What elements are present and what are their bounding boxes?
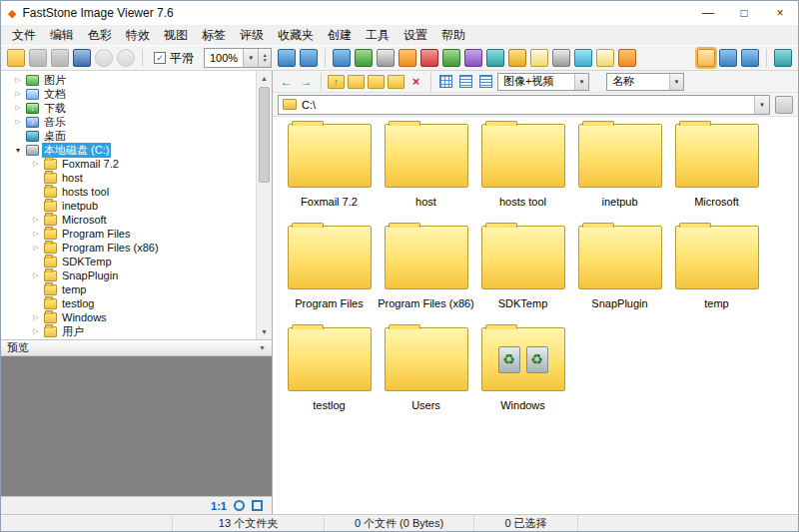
tree-item-documents[interactable]: ▷ 文档: [1, 87, 256, 101]
tree-item-host[interactable]: host: [1, 171, 256, 185]
copy-to-folder-button[interactable]: [348, 75, 365, 89]
details-view-button[interactable]: [459, 75, 472, 88]
tree-item-music[interactable]: ▷ ♪ 音乐: [1, 115, 256, 129]
slideshow-button[interactable]: [508, 49, 526, 67]
tree-item-downloads[interactable]: ▷ ↓ 下载: [1, 101, 256, 115]
folder-tile[interactable]: Program Files: [281, 223, 378, 324]
rotate-right-button[interactable]: [355, 49, 373, 67]
address-bar[interactable]: C:\ ▼: [278, 95, 770, 115]
dropdown-arrow-icon[interactable]: ▼: [669, 74, 683, 90]
print-button[interactable]: [552, 49, 570, 67]
expander-icon[interactable]: ▷: [13, 90, 23, 98]
tree-scrollbar[interactable]: ▲ ▼: [256, 71, 272, 339]
folder-tile[interactable]: Users: [378, 324, 474, 426]
sort-combobox[interactable]: 名称 ▼: [606, 73, 684, 91]
expander-icon[interactable]: ▷: [31, 230, 41, 238]
red-eye-button[interactable]: [420, 49, 438, 67]
scan-button[interactable]: [574, 49, 592, 67]
smooth-checkbox[interactable]: ✓ 平滑: [154, 50, 194, 67]
expander-icon[interactable]: ▼: [13, 147, 23, 154]
fit-window-button[interactable]: [300, 49, 318, 67]
expander-icon[interactable]: ▷: [31, 313, 41, 321]
scrollbar-thumb[interactable]: [259, 87, 270, 183]
menu-rating[interactable]: 评级: [233, 27, 271, 44]
expander-icon[interactable]: ▷: [13, 104, 23, 112]
tree-item-windows[interactable]: ▷ Windows: [1, 310, 256, 324]
address-dropdown-icon[interactable]: ▼: [754, 96, 769, 114]
tree-item-inetpub[interactable]: inetpub: [1, 199, 256, 213]
tree-item-drive-c[interactable]: ▼ 本地磁盘 (C:): [1, 143, 256, 157]
folder-tile[interactable]: temp: [668, 223, 765, 324]
expander-icon[interactable]: ▷: [31, 160, 41, 168]
expander-icon[interactable]: ▷: [13, 76, 23, 84]
expander-icon[interactable]: ▷: [31, 327, 41, 335]
save-as-button[interactable]: [73, 49, 91, 67]
compare-button[interactable]: [486, 49, 504, 67]
menu-help[interactable]: 帮助: [434, 27, 472, 44]
folder-tile[interactable]: Microsoft: [668, 121, 765, 223]
previous-image-button[interactable]: [95, 49, 113, 67]
tree-item-program-files-x86[interactable]: ▷ Program Files (x86): [1, 241, 256, 255]
email-button[interactable]: [530, 49, 548, 67]
crop-button[interactable]: [377, 49, 395, 67]
select-area-icon[interactable]: [252, 500, 263, 511]
zoom-combobox[interactable]: 100% ▼ ▲▼: [204, 48, 272, 68]
folder-tile[interactable]: Foxmail 7.2: [281, 121, 378, 223]
resize-button[interactable]: [399, 49, 416, 67]
menu-view[interactable]: 视图: [157, 27, 195, 44]
effects-button[interactable]: [464, 49, 482, 67]
expander-icon[interactable]: ▷: [31, 271, 41, 279]
tree-item-program-files[interactable]: ▷ Program Files: [1, 227, 256, 241]
menu-edit[interactable]: 编辑: [43, 27, 81, 44]
minimize-button[interactable]: —: [690, 1, 726, 25]
menu-colors[interactable]: 色彩: [81, 27, 119, 44]
layout-windowed-button[interactable]: [741, 49, 759, 67]
menu-favorites[interactable]: 收藏夹: [271, 27, 321, 44]
maximize-button[interactable]: □: [726, 1, 762, 25]
folder-tile[interactable]: Program Files (x86): [378, 223, 474, 324]
zoom-dropdown-icon[interactable]: ▼: [243, 49, 258, 67]
folder-tile[interactable]: hosts tool: [474, 121, 571, 223]
folder-tile[interactable]: SnapPlugin: [571, 223, 668, 324]
back-button[interactable]: ←: [278, 73, 295, 90]
zoom-spinner[interactable]: ▲▼: [258, 49, 271, 67]
folder-tile[interactable]: testlog: [281, 324, 378, 426]
tree-item-snapplugin[interactable]: ▷ SnapPlugin: [1, 268, 256, 282]
actual-size-button[interactable]: [278, 49, 296, 67]
tree-item-pictures[interactable]: ▷ 图片: [1, 73, 256, 87]
settings-button[interactable]: [618, 49, 636, 67]
tree-item-sdktemp[interactable]: SDKTemp: [1, 255, 256, 268]
scrollbar-track[interactable]: [257, 184, 272, 324]
up-level-button[interactable]: ↑: [328, 75, 345, 89]
refresh-icon[interactable]: [234, 500, 245, 511]
folder-tile[interactable]: inetpub: [571, 121, 668, 223]
fullscreen-button[interactable]: [774, 49, 792, 67]
forward-button[interactable]: →: [298, 73, 315, 90]
close-button[interactable]: ×: [762, 1, 798, 25]
menu-settings[interactable]: 设置: [397, 27, 434, 44]
tree-item-foxmail[interactable]: ▷ Foxmail 7.2: [1, 157, 256, 171]
colors-button[interactable]: [442, 49, 460, 67]
tree-item-desktop[interactable]: 桌面: [1, 129, 256, 143]
tree-item-temp[interactable]: temp: [1, 282, 256, 296]
folder-tile[interactable]: ♻ ♻ Windows: [474, 324, 571, 426]
move-to-folder-button[interactable]: [368, 75, 385, 89]
open-file-button[interactable]: [7, 49, 25, 67]
expander-icon[interactable]: ▷: [31, 244, 41, 252]
scroll-up-icon[interactable]: ▲: [257, 71, 272, 86]
delete-button[interactable]: ×: [407, 73, 424, 90]
folder-tile[interactable]: host: [378, 121, 474, 223]
menu-tools[interactable]: 工具: [359, 27, 397, 44]
chevron-down-icon[interactable]: ▼: [259, 344, 266, 351]
next-image-button[interactable]: [117, 49, 135, 67]
screen-capture-button[interactable]: [596, 49, 614, 67]
scroll-down-icon[interactable]: ▼: [257, 324, 272, 339]
tree-item-testlog[interactable]: testlog: [1, 296, 256, 310]
new-folder-button[interactable]: [388, 75, 404, 89]
save-button[interactable]: [51, 49, 69, 67]
thumbnails-view-button[interactable]: [439, 75, 452, 88]
tree-item-microsoft[interactable]: ▷ Microsoft: [1, 213, 256, 227]
menu-file[interactable]: 文件: [5, 27, 43, 44]
menu-create[interactable]: 创建: [321, 27, 359, 44]
list-view-button[interactable]: [479, 75, 492, 88]
